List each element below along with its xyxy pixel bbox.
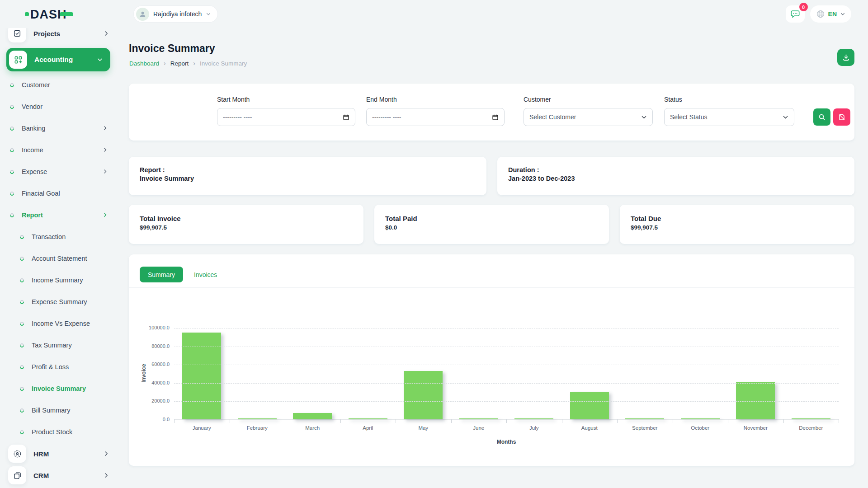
company-selector[interactable]: Rajodiya infotech	[133, 5, 218, 23]
x-tick-label: September	[617, 425, 673, 431]
axis-tick	[783, 419, 784, 423]
sidebar-item-transaction[interactable]: Transaction	[0, 226, 117, 248]
end-month-input[interactable]: --------- ----	[366, 108, 505, 126]
sidebar-item-crm[interactable]: CRM	[0, 465, 117, 486]
end-month-placeholder: --------- ----	[372, 113, 401, 121]
bar-april	[349, 418, 387, 419]
bullet-icon	[9, 212, 15, 218]
duration-info-card: Duration : Jan-2023 to Dec-2023	[497, 157, 854, 195]
end-month-label: End Month	[366, 96, 505, 103]
bullet-icon	[19, 256, 25, 262]
sidebar-item-invoice-summary[interactable]: Invoice Summary	[0, 378, 117, 399]
total-paid-label: Total Paid	[385, 215, 598, 222]
bar-slot	[673, 328, 728, 419]
bar-slot	[174, 328, 230, 419]
total-due-card: Total Due $99,907.5	[620, 205, 854, 244]
chevron-right-icon	[103, 30, 109, 37]
chevron-right-icon	[103, 450, 109, 457]
bar-slot	[340, 328, 396, 419]
start-month-field: Start Month --------- ----	[217, 96, 355, 126]
bar-slot	[230, 328, 285, 419]
report-value: Invoice Summary	[140, 175, 476, 182]
download-button[interactable]	[837, 49, 854, 66]
apply-filter-button[interactable]	[813, 108, 830, 126]
sidebar-item-income[interactable]: Income	[0, 139, 117, 161]
status-field: Status Select Status	[664, 96, 794, 126]
crm-icon	[8, 466, 26, 484]
sidebar-item-income-summary[interactable]: Income Summary	[0, 269, 117, 291]
bars-row	[174, 328, 839, 419]
messages-button[interactable]: 0	[786, 5, 805, 23]
bar-december	[792, 418, 830, 419]
bar-march	[293, 413, 332, 419]
bullet-icon	[19, 429, 25, 435]
x-tick-label: August	[562, 425, 618, 431]
sidebar-item-accounting[interactable]: Accounting	[6, 48, 110, 71]
filter-card: Start Month --------- ---- End Month ---…	[129, 84, 854, 141]
sidebar: Projects Accounting Customer	[0, 28, 117, 488]
tab-summary[interactable]: Summary	[140, 267, 183, 282]
sidebar-item-vendor[interactable]: Vendor	[0, 96, 117, 117]
sidebar-item-tax-summary[interactable]: Tax Summary	[0, 334, 117, 356]
sidebar-item-projects[interactable]: Projects	[0, 28, 117, 44]
breadcrumb-dashboard-link[interactable]: Dashboard	[129, 60, 159, 67]
language-selector[interactable]: EN	[810, 5, 851, 23]
sidebar-item-banking[interactable]: Banking	[0, 117, 117, 139]
status-select[interactable]: Select Status	[664, 108, 794, 126]
sidebar-item-expense[interactable]: Expense	[0, 161, 117, 183]
sidebar-item-customer[interactable]: Customer	[0, 74, 117, 96]
report-info-card: Report : Invoice Summary	[129, 157, 486, 195]
bar-slot	[783, 328, 839, 419]
chevron-down-icon	[840, 11, 845, 17]
sidebar-item-profit-loss[interactable]: Profit & Loss	[0, 356, 117, 378]
customer-select[interactable]: Select Customer	[524, 108, 653, 126]
bar-slot	[285, 328, 340, 419]
x-tick-label: December	[783, 425, 839, 431]
gridline	[174, 347, 839, 347]
total-paid-value: $0.0	[385, 224, 598, 231]
sidebar-item-label: Accounting	[34, 56, 97, 64]
chevron-down-icon	[783, 114, 788, 120]
bar-chart-plot	[174, 328, 839, 420]
bar-may	[404, 371, 443, 419]
sidebar-item-income-vs-expense[interactable]: Income Vs Expense	[0, 313, 117, 334]
bar-january	[182, 333, 221, 419]
bullet-icon	[9, 147, 15, 153]
bullet-icon	[19, 321, 25, 327]
bar-slot	[396, 328, 451, 419]
axis-tick	[617, 419, 618, 423]
x-tick-label: April	[340, 425, 396, 431]
y-tick-label: 60000.0	[151, 361, 170, 367]
sidebar-item-financial-goal[interactable]: Finacial Goal	[0, 183, 117, 204]
search-icon	[818, 113, 826, 121]
page-title: Invoice Summary	[129, 42, 215, 55]
breadcrumb: Dashboard › Report › Invoice Summary	[129, 60, 247, 67]
tab-invoices[interactable]: Invoices	[189, 267, 222, 282]
axis-tick	[451, 419, 452, 423]
download-icon	[842, 54, 850, 61]
chart-y-axis-ticks: 0.020000.040000.060000.080000.0100000.0	[133, 328, 170, 420]
bullet-icon	[19, 343, 25, 348]
report-label: Report :	[140, 166, 476, 174]
chevron-right-icon	[102, 147, 108, 153]
chevron-right-icon	[103, 472, 109, 479]
topbar-actions: 0 EN	[786, 5, 851, 23]
globe-icon	[816, 9, 825, 19]
y-tick-label: 40000.0	[151, 380, 170, 385]
bullet-icon	[19, 364, 25, 370]
reset-filter-button[interactable]	[833, 108, 850, 126]
sidebar-item-hrm[interactable]: HRM	[0, 443, 117, 465]
sidebar-item-report[interactable]: Report	[0, 204, 117, 226]
start-month-input[interactable]: --------- ----	[217, 108, 355, 126]
sidebar-item-account-statement[interactable]: Account Statement	[0, 248, 117, 269]
sidebar-item-expense-summary[interactable]: Expense Summary	[0, 291, 117, 313]
axis-tick	[839, 419, 839, 423]
sidebar-item-product-stock[interactable]: Product Stock	[0, 421, 117, 443]
axis-tick	[562, 419, 562, 423]
chevron-right-icon	[102, 212, 108, 218]
sidebar-item-bill-summary[interactable]: Bill Summary	[0, 399, 117, 421]
x-tick-label: May	[396, 425, 451, 431]
avatar	[136, 8, 149, 21]
chevron-right-icon	[102, 125, 108, 131]
sidebar-item-label: HRM	[33, 450, 103, 458]
